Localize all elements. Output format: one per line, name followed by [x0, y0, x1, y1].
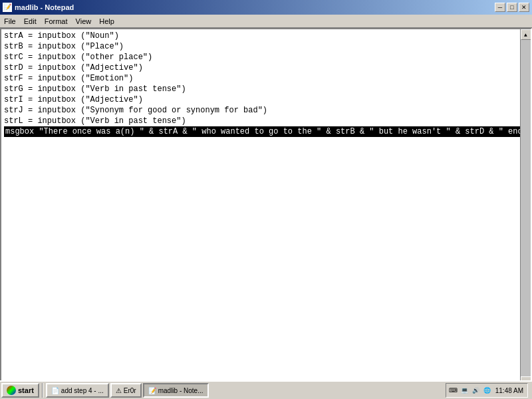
minimize-button[interactable]: ─ — [495, 3, 505, 12]
editor-content: strA = inputbox ("Noun") strB = inputbox… — [1, 29, 531, 387]
menu-view[interactable]: View — [72, 15, 96, 27]
error-label: Er0r — [124, 387, 136, 394]
taskbar: start 📄 add step 4 - ... ⚠ Er0r 📝 madlib… — [0, 380, 532, 399]
restore-button[interactable]: □ — [507, 3, 517, 12]
window-title: madlib - Notepad — [15, 3, 74, 11]
start-icon — [7, 386, 16, 395]
code-line-6: strG = inputbox ("Verb in past tense") — [4, 84, 528, 94]
menu-edit[interactable]: Edit — [20, 15, 41, 27]
taskbar-addstep[interactable]: 📄 add step 4 - ... — [46, 383, 109, 398]
menu-file[interactable]: File — [0, 15, 20, 27]
title-bar-left: 📝 madlib - Notepad — [3, 3, 74, 12]
taskbar-error[interactable]: ⚠ Er0r — [110, 383, 142, 398]
tray-icon-4: 🌐 — [483, 386, 492, 395]
window: 📝 madlib - Notepad ─ □ ✕ File Edit Forma… — [0, 0, 532, 399]
vscroll-track[interactable] — [521, 40, 531, 376]
madlib-icon: 📝 — [148, 387, 156, 394]
code-line-9: strL = inputbox ("Verb in past tense") — [4, 116, 528, 126]
menu-format[interactable]: Format — [41, 15, 72, 27]
title-controls: ─ □ ✕ — [495, 3, 529, 12]
code-line-1: strA = inputbox ("Noun") — [4, 31, 528, 41]
taskbar-divider — [42, 383, 43, 398]
code-line-8: strJ = inputbox ("Synonym for good or sy… — [4, 105, 528, 116]
vertical-scrollbar[interactable]: ▲ ▼ — [520, 29, 531, 387]
title-bar: 📝 madlib - Notepad ─ □ ✕ — [0, 0, 532, 15]
menu-bar: File Edit Format View Help — [0, 15, 532, 28]
tray-icon-1: ⌨ — [449, 386, 458, 395]
addstep-icon: 📄 — [51, 387, 59, 394]
code-line-10: msgbox "There once was a(n) " & strA & "… — [4, 126, 528, 137]
addstep-label: add step 4 - ... — [61, 387, 104, 394]
editor-inner: strA = inputbox ("Noun") strB = inputbox… — [1, 29, 531, 398]
tray-icon-3: 🔊 — [471, 386, 481, 395]
window-icon: 📝 — [3, 3, 12, 12]
code-line-4: strD = inputbox ("Adjective") — [4, 63, 528, 73]
close-button[interactable]: ✕ — [519, 3, 529, 12]
editor-area[interactable]: strA = inputbox ("Noun") strB = inputbox… — [0, 28, 532, 399]
scroll-up-button[interactable]: ▲ — [521, 29, 531, 40]
code-line-7: strI = inputbox ("Adjective") — [4, 94, 528, 105]
tray-icon-2: 💻 — [460, 386, 469, 395]
clock: 11:48 AM — [494, 387, 525, 394]
code-line-5: strF = inputbox ("Emotion") — [4, 73, 528, 84]
start-button[interactable]: start — [1, 383, 39, 398]
error-icon: ⚠ — [116, 387, 122, 394]
menu-help[interactable]: Help — [95, 15, 118, 27]
code-line-2: strB = inputbox ("Place") — [4, 41, 528, 52]
sys-tray: ⌨ 💻 🔊 🌐 11:48 AM — [446, 383, 528, 398]
taskbar-right: ⌨ 💻 🔊 🌐 11:48 AM — [446, 383, 531, 398]
madlib-label: madlib - Note... — [158, 387, 203, 394]
taskbar-madlib[interactable]: 📝 madlib - Note... — [143, 383, 209, 398]
code-line-3: strC = inputbox ("other place") — [4, 52, 528, 63]
start-label: start — [18, 386, 34, 394]
